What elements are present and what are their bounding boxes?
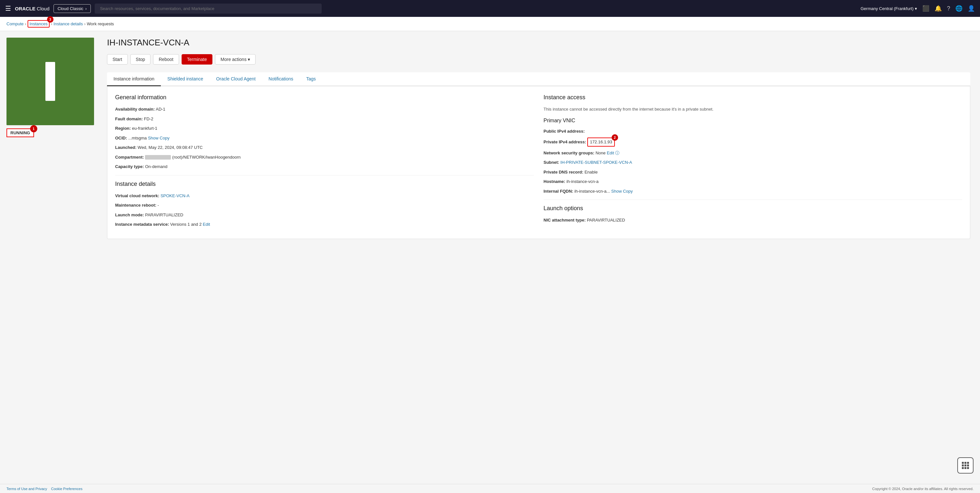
breadcrumb-sep-3: › — [84, 21, 85, 26]
section-divider-2 — [544, 199, 962, 200]
fqdn-show-link[interactable]: Show — [611, 189, 622, 194]
cloud-text: Cloud — [37, 6, 49, 11]
nsg-value: None — [595, 151, 605, 155]
tab-oracle-cloud-agent[interactable]: Oracle Cloud Agent — [210, 72, 262, 86]
action-buttons-bar: Start Stop Reboot Terminate More actions… — [107, 54, 970, 65]
left-panel: RUNNING 1 — [0, 31, 97, 484]
cookie-link[interactable]: Cookie Preferences — [51, 487, 83, 491]
private-dns-label: Private DNS record: — [544, 170, 583, 175]
capacity-label: Capacity type: — [115, 164, 144, 169]
vcn-row: Virtual cloud network: SPOKE-VCN-A — [115, 192, 534, 199]
left-column: General information Availability domain:… — [115, 94, 534, 231]
metadata-edit-link[interactable]: Edit — [203, 222, 210, 227]
terminate-button[interactable]: Terminate — [181, 54, 212, 65]
breadcrumb-instance-details[interactable]: Instance details — [54, 21, 83, 26]
oracle-logo: ORACLE Cloud — [15, 6, 49, 11]
nsg-info-icon[interactable]: ⓘ — [615, 151, 619, 155]
start-button[interactable]: Start — [107, 54, 128, 65]
nsg-edit-link[interactable]: Edit — [607, 151, 614, 155]
ocid-value: ...mtsgma — [128, 135, 146, 140]
hostname-value: ih-instance-vcn-a — [566, 179, 599, 184]
vcn-value-link[interactable]: SPOKE-VCN-A — [161, 193, 190, 198]
tab-notifications[interactable]: Notifications — [262, 72, 300, 86]
instance-image-symbol — [45, 62, 55, 101]
cloud-classic-button[interactable]: Cloud Classic › — [54, 4, 91, 13]
floating-help-button[interactable] — [957, 457, 974, 474]
availability-domain-value: AD-1 — [156, 107, 165, 111]
hamburger-menu-icon[interactable]: ☰ — [5, 5, 11, 12]
launch-mode-value: PARAVIRTUALIZED — [145, 212, 183, 217]
fault-domain-value: FD-2 — [144, 116, 153, 121]
private-ipv4-row: Private IPv4 address: 172.16.1.93 2 — [544, 138, 962, 146]
footer-copyright: Copyright © 2024, Oracle and/or its affi… — [872, 487, 974, 491]
metadata-label: Instance metadata service: — [115, 222, 169, 227]
launched-row: Launched: Wed, May 22, 2024, 09:08:47 UT… — [115, 144, 534, 151]
notifications-bell-icon[interactable]: 🔔 — [935, 5, 942, 12]
private-dns-row: Private DNS record: Enable — [544, 169, 962, 175]
capacity-row: Capacity type: On-demand — [115, 164, 534, 170]
launched-value: Wed, May 22, 2024, 09:08:47 UTC — [137, 145, 203, 150]
availability-domain-row: Availability domain: AD-1 — [115, 106, 534, 113]
fault-domain-label: Fault domain: — [115, 116, 143, 121]
private-ipv4-label: Private IPv4 address: — [544, 140, 586, 144]
user-profile-icon[interactable]: 👤 — [968, 5, 975, 12]
breadcrumb-instances[interactable]: Instances 3 — [27, 20, 49, 27]
public-ipv4-label: Public IPv4 address: — [544, 129, 585, 134]
fqdn-copy-link[interactable]: Copy — [623, 189, 633, 194]
maintenance-value: - — [158, 203, 159, 208]
stop-button[interactable]: Stop — [130, 54, 151, 65]
more-actions-button[interactable]: More actions ▾ — [215, 54, 256, 65]
tab-shielded-instance[interactable]: Shielded instance — [161, 72, 210, 86]
tab-instance-information[interactable]: Instance information — [107, 72, 161, 86]
hostname-row: Hostname: ih-instance-vcn-a — [544, 178, 962, 185]
region-row: Region: eu-frankfurt-1 — [115, 125, 534, 132]
region-info-label: Region: — [115, 126, 131, 131]
instance-image — [6, 38, 94, 125]
private-dns-value: Enable — [584, 170, 597, 175]
subnet-value-link[interactable]: IH-PRIVATE-SUBNET-SPOKE-VCN-A — [560, 160, 632, 165]
nav-right-controls: Germany Central (Frankfurt) ▾ ⬛ 🔔 ? 🌐 👤 — [861, 5, 975, 12]
help-icon[interactable]: ? — [947, 5, 950, 12]
maintenance-label: Maintenance reboot: — [115, 203, 156, 208]
launch-options-title: Launch options — [544, 205, 962, 212]
right-panel: IH-INSTANCE-VCN-A Start Stop Reboot Term… — [97, 31, 980, 484]
tab-tags[interactable]: Tags — [300, 72, 322, 86]
terms-link[interactable]: Terms of Use and Privacy — [6, 487, 47, 491]
access-description: This instance cannot be accessed directl… — [544, 106, 962, 113]
language-icon[interactable]: 🌐 — [955, 5, 963, 12]
nic-label: NIC attachment type: — [544, 218, 585, 223]
help-grid-icon — [962, 462, 969, 469]
region-label: Germany Central (Frankfurt) — [861, 6, 913, 11]
nic-row: NIC attachment type: PARAVIRTUALIZED — [544, 217, 962, 223]
ocid-row: OCID: ...mtsgma Show Copy — [115, 135, 534, 142]
maintenance-row: Maintenance reboot: - — [115, 202, 534, 208]
breadcrumb-compute[interactable]: Compute — [6, 21, 24, 26]
subnet-row: Subnet: IH-PRIVATE-SUBNET-SPOKE-VCN-A — [544, 159, 962, 166]
reboot-button[interactable]: Reboot — [153, 54, 179, 65]
nic-value: PARAVIRTUALIZED — [587, 218, 625, 223]
top-navigation: ☰ ORACLE Cloud Cloud Classic › Germany C… — [0, 0, 980, 17]
breadcrumb-badge-3: 3 — [47, 16, 54, 23]
dev-tools-icon[interactable]: ⬛ — [922, 5, 929, 12]
footer: Terms of Use and Privacy Cookie Preferen… — [0, 484, 980, 493]
search-input[interactable] — [95, 3, 322, 14]
region-chevron-icon: ▾ — [915, 6, 917, 11]
fqdn-label: Internal FQDN: — [544, 189, 573, 194]
instance-access-title: Instance access — [544, 94, 962, 101]
tabs-bar: Instance information Shielded instance O… — [107, 72, 970, 86]
ocid-copy-link[interactable]: Copy — [159, 135, 169, 140]
private-ipv4-badge: 2 — [612, 134, 618, 141]
oracle-brand-text: ORACLE — [15, 6, 35, 11]
private-ipv4-highlighted: 172.16.1.93 2 — [587, 138, 615, 146]
section-divider-1 — [115, 175, 534, 175]
ocid-show-link[interactable]: Show — [148, 135, 159, 140]
footer-left: Terms of Use and Privacy Cookie Preferen… — [6, 487, 83, 491]
fqdn-value: ih-instance-vcn-a... — [574, 189, 610, 194]
launch-mode-label: Launch mode: — [115, 212, 144, 217]
compartment-label: Compartment: — [115, 155, 144, 159]
subnet-label: Subnet: — [544, 160, 559, 165]
region-selector[interactable]: Germany Central (Frankfurt) ▾ — [861, 6, 917, 11]
capacity-value: On-demand — [145, 164, 168, 169]
primary-vnic-title: Primary VNIC — [544, 118, 962, 124]
metadata-value: Versions 1 and 2 — [170, 222, 202, 227]
